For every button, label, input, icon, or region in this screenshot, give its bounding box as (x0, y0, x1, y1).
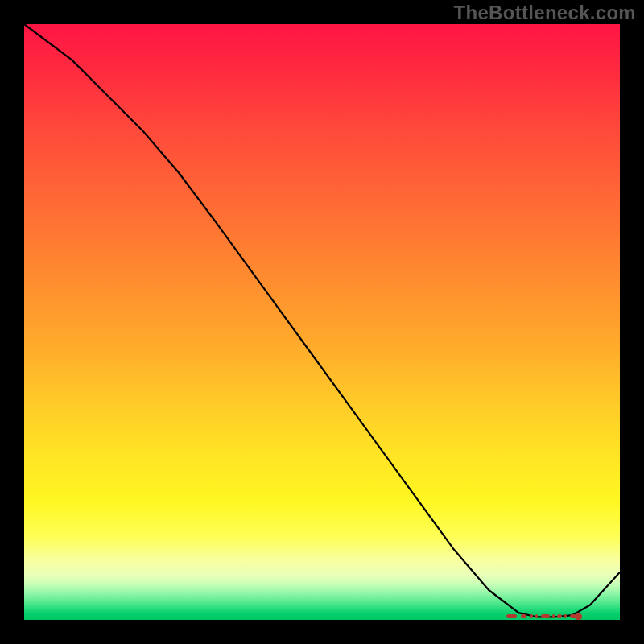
data-curve (24, 24, 620, 617)
chart-frame: TheBottleneck.com (0, 0, 644, 644)
watermark-text: TheBottleneck.com (454, 2, 636, 24)
plot-area (24, 24, 620, 620)
curve-svg (24, 24, 620, 620)
